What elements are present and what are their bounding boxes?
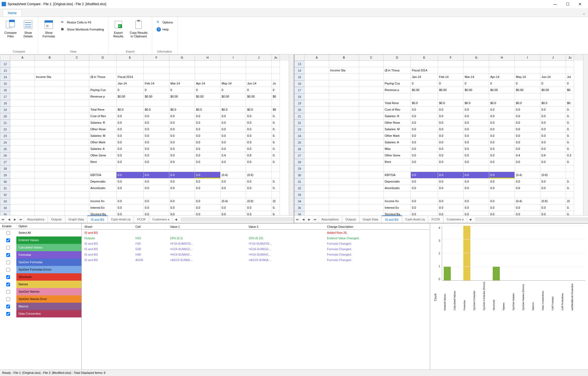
sheet-tab[interactable]: Cash-Avail-Liq	[108, 216, 134, 223]
option-label[interactable]: Entered Values	[16, 236, 81, 244]
sheet-tab[interactable]: FCCR	[134, 216, 149, 223]
option-label[interactable]: Structural	[16, 273, 81, 281]
sheet-tab[interactable]: Outputs	[48, 216, 65, 223]
vertical-scrollbar[interactable]	[289, 54, 294, 215]
option-checkbox[interactable]	[6, 290, 10, 294]
chart-xlabel: SysGen Formulas (Errors)	[483, 282, 490, 310]
help-button[interactable]: ?Help	[155, 27, 174, 32]
tab-home[interactable]: Home	[3, 9, 22, 17]
horizontal-scrollbar[interactable]	[475, 217, 588, 222]
copy-clipboard-button[interactable]: Copy Results to Clipboard	[129, 19, 149, 39]
chart-bar	[493, 267, 500, 280]
option-checkbox[interactable]	[6, 260, 10, 264]
option-label[interactable]: Select All	[16, 229, 81, 236]
options-enable-header: Enable	[0, 223, 16, 229]
chart-xlabel: Cell Formats	[551, 282, 558, 310]
show-formulas-button[interactable]: fx Show Formulas	[41, 19, 56, 39]
diff-row[interactable]: IS and BSG30=G19-SUM(G2...=G19-SUM(G2...…	[82, 247, 429, 251]
diff-row[interactable]: IS and BSF30=F19-SUM(F20...=F19-SUM(F20.…	[82, 241, 429, 246]
workbook-formatting-button[interactable]: ▦Show Workbook Formatting	[60, 27, 105, 32]
option-label[interactable]: SysGen Formulas Errors	[16, 266, 81, 273]
left-grid[interactable]: ABCDEFGHIJJu121314Income Sta($ in ThousF…	[0, 54, 294, 215]
sheet-tab[interactable]: Graph Data	[65, 216, 88, 223]
show-details-icon	[23, 19, 33, 30]
option-checkbox[interactable]	[6, 312, 10, 316]
show-details-button[interactable]: Show Details	[22, 19, 35, 39]
vertical-scrollbar[interactable]	[583, 54, 588, 215]
sheet-nav-button[interactable]: ▶	[12, 216, 18, 223]
sheet-tab[interactable]: IS and BS	[382, 216, 402, 223]
compare-files-button[interactable]: Compare Files	[3, 19, 18, 39]
option-checkbox[interactable]	[6, 305, 10, 308]
option-checkbox[interactable]	[6, 275, 10, 279]
ribbon-collapse-icon[interactable]: ^	[583, 13, 585, 17]
sheet-nav-button[interactable]: ▶	[306, 216, 312, 223]
resize-icon: ⇔	[61, 20, 65, 25]
option-label[interactable]: Data Connection	[16, 310, 81, 317]
option-label[interactable]: Calculated Values	[16, 244, 81, 251]
option-label[interactable]: Formulas	[16, 251, 81, 259]
sheet-tab[interactable]: Assumptions	[24, 216, 48, 223]
sheet-nav-button[interactable]: ⏭	[18, 216, 24, 223]
resize-cells-button[interactable]: ⇔Resize Cells to Fit	[60, 20, 105, 25]
horizontal-scrollbar[interactable]	[180, 217, 294, 222]
diff-row[interactable]: OutputsH1010% (0.1)15% (0.15)Entered Val…	[82, 236, 429, 241]
compare-panes: ABCDEFGHIJJu121314Income Sta($ in ThousF…	[0, 54, 588, 223]
sheet-nav-button[interactable]: ◀	[6, 216, 12, 223]
option-checkbox[interactable]	[6, 253, 10, 257]
option-checkbox[interactable]	[6, 297, 10, 301]
options-button[interactable]: ⚙Options	[155, 20, 174, 25]
sheet-tab[interactable]: Customers a	[443, 216, 467, 223]
option-label[interactable]: Names	[16, 281, 81, 288]
option-checkbox[interactable]	[6, 246, 10, 250]
options-panel: Enable Option Select AllEntered ValuesCa…	[0, 223, 82, 369]
sheet-nav-button[interactable]: ⏮	[0, 216, 6, 223]
option-label[interactable]: SysGen Names Error	[16, 295, 81, 303]
left-pane: ABCDEFGHIJJu121314Income Sta($ in ThousF…	[0, 54, 294, 223]
option-checkbox[interactable]	[6, 268, 10, 272]
group-export-label: Export	[112, 50, 149, 53]
minimize-button[interactable]: ―	[549, 0, 561, 8]
sheet-tab[interactable]: IS and BS	[87, 216, 108, 223]
options-list[interactable]: Select AllEntered ValuesCalculated Value…	[0, 229, 81, 369]
sheet-nav-button[interactable]: ◀	[300, 216, 306, 223]
sheet-tab[interactable]: FCCR	[428, 216, 443, 223]
export-results-icon: X	[113, 19, 124, 30]
maximize-button[interactable]: ☐	[561, 0, 574, 8]
group-info-label: Information	[155, 50, 174, 53]
svg-text:fx: fx	[46, 24, 49, 28]
options-header: Enable Option	[0, 223, 81, 229]
sheet-tab[interactable]: Outputs	[342, 216, 360, 223]
option-label[interactable]: SysGen Formulas	[16, 259, 81, 266]
sheet-nav-button[interactable]: ⏭	[312, 216, 318, 223]
sheet-tab[interactable]: Assumptions	[318, 216, 342, 223]
show-formulas-icon: fx	[43, 19, 54, 30]
chart-xlabel: SysGen Names (Errors)	[522, 282, 529, 310]
option-checkbox[interactable]	[6, 238, 10, 242]
svg-text:X: X	[119, 25, 121, 28]
bottom-area: Enable Option Select AllEntered ValuesCa…	[0, 223, 588, 369]
window-title: Spreadsheet Compare - File 1: [Original.…	[8, 2, 549, 6]
sheet-tab[interactable]: Graph Data	[360, 216, 382, 223]
option-checkbox[interactable]	[6, 283, 10, 286]
svg-rect-13	[136, 21, 142, 29]
diff-table[interactable]: SheetCellValue 1Value 2Change Descriptio…	[82, 223, 430, 263]
option-label[interactable]: SysGen Names	[16, 288, 81, 295]
option-label[interactable]: Macros	[16, 303, 81, 310]
right-grid[interactable]: ABCDEFGHIJJu1314Income Sta($ in ThousFis…	[294, 54, 588, 215]
export-results-button[interactable]: X Export Results	[112, 19, 125, 39]
right-sheet-nav: ⏮◀▶⏭AssumptionsOutputsGraph DataIS and B…	[294, 215, 588, 223]
chart-xlabel: Entered Values	[443, 282, 451, 310]
diff-row[interactable]: IS and BSH30=H19-SUM(H2...=H19-SUM(H2...…	[82, 252, 429, 257]
sheet-nav-button[interactable]: ⏮	[294, 216, 300, 223]
diff-row[interactable]: IS and BSAG30=AG19-SUM(A...=AG19-SUM(A..…	[82, 257, 429, 262]
window-titlebar: Spreadsheet Compare - File 1: [Original.…	[0, 0, 588, 8]
status-bar: Ready - File 1: [Original.xlsx] - File 2…	[0, 369, 588, 376]
close-button[interactable]: ✕	[574, 0, 586, 8]
clipboard-icon	[133, 19, 144, 30]
sheet-tab[interactable]: Cash-Avail-Liq	[402, 216, 428, 223]
option-checkbox[interactable]	[6, 231, 10, 235]
workbook-fmt-icon: ▦	[61, 27, 65, 32]
diff-row[interactable]: IS and BSAdded Row 26.	[82, 230, 429, 235]
sheet-tab[interactable]: Customers a	[149, 216, 173, 223]
